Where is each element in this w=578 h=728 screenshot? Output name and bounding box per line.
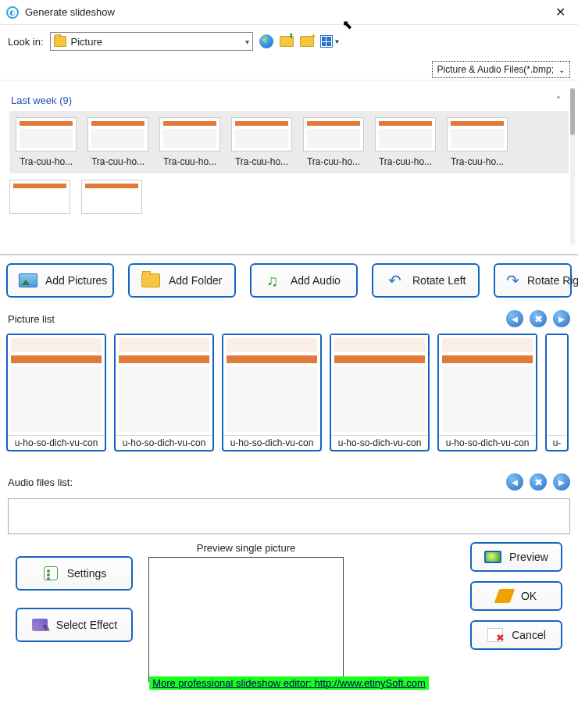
picture-item[interactable]: u-ho-so-dich-vu-con [437,334,537,451]
chevron-up-icon: ˄ [556,95,561,106]
rotate-right-button[interactable]: ↷Rotate Right [494,263,572,298]
app-icon: ◐ [6,6,19,19]
picture-item[interactable]: u-ho-so-dich-vu-con [330,334,430,451]
rotate-right-icon: ↷ [506,272,519,289]
picture-list: u-ho-so-dich-vu-con u-ho-so-dich-vu-con … [0,330,578,455]
chevron-down-icon: ▾ [245,37,249,46]
folder-up-button[interactable] [280,34,294,48]
title-bar: ◐ Generate slideshow ✕ [0,0,578,25]
action-toolbar: Add Pictures Add Folder ♫Add Audio ↶Rota… [0,255,578,305]
item-label: u-ho-so-dich-vu-con [223,435,320,450]
thumb-label: Tra-cuu-ho... [235,156,288,167]
scrollbar[interactable] [8,458,570,466]
picture-item[interactable]: u- [545,334,569,451]
effect-icon [32,619,48,631]
file-thumb[interactable]: Tra-cuu-ho... [231,117,292,167]
thumb-row [9,173,569,214]
lookin-value: Picture [71,36,245,48]
picture-list-header: Picture list ◄ ✖ ► [0,305,578,330]
filetype-select[interactable]: Picture & Audio Files(*.bmp; ⌄ [432,61,570,78]
thumb-label: Tra-cuu-ho... [20,156,73,167]
file-thumb[interactable]: Tra-cuu-ho... [16,117,77,167]
audiolist-prev-button[interactable]: ◄ [506,473,523,491]
bottom-panel: Settings Select Effect Preview single pi… [0,534,578,690]
file-thumb[interactable]: Tra-cuu-ho... [375,117,436,167]
thumb-row: Tra-cuu-ho... Tra-cuu-ho... Tra-cuu-ho..… [9,111,569,173]
audiolist-next-button[interactable]: ► [553,473,570,491]
add-folder-button[interactable]: Add Folder [128,263,236,298]
preview-label: Preview single picture [148,542,344,554]
file-thumb[interactable]: Tra-cuu-ho... [447,117,508,167]
picture-item[interactable]: u-ho-so-dich-vu-con [222,334,322,451]
thumb-label: Tra-cuu-ho... [451,156,504,167]
add-pictures-button[interactable]: Add Pictures [6,263,114,298]
chevron-down-icon: ⌄ [558,66,565,74]
file-thumb[interactable]: Tra-cuu-ho... [159,117,220,167]
button-label: Select Effect [56,619,117,631]
folder-icon [54,36,66,47]
button-label: Cancel [512,629,546,641]
rotate-left-button[interactable]: ↶Rotate Left [372,263,480,298]
window-title: Generate slideshow [25,6,549,18]
piclist-delete-button[interactable]: ✖ [530,310,547,327]
group-header[interactable]: Last week (9) ˄ [11,95,569,106]
thumb-label: Tra-cuu-ho... [91,156,144,167]
thumb-label: Tra-cuu-ho... [307,156,360,167]
new-folder-button[interactable] [300,34,314,48]
ok-icon [494,589,516,603]
music-icon: ♫ [262,272,283,289]
piclist-prev-button[interactable]: ◄ [506,310,523,327]
rotate-left-icon: ↶ [384,272,405,289]
piclist-next-button[interactable]: ► [553,310,570,327]
button-label: OK [521,590,537,602]
group-label: Last week (9) [11,95,72,106]
item-label: u-ho-so-dich-vu-con [116,435,212,450]
button-label: Add Pictures [45,274,107,287]
footer-link[interactable]: More professional slideshow editor: http… [149,676,429,690]
button-label: Add Audio [291,274,341,287]
cancel-button[interactable]: Cancel [470,620,562,650]
button-label: Rotate Left [412,274,466,287]
item-label: u-ho-so-dich-vu-con [8,435,105,450]
lookin-select[interactable]: Picture ▾ [50,32,253,51]
preview-icon [484,551,501,563]
add-audio-button[interactable]: ♫Add Audio [250,263,358,298]
picture-item[interactable]: u-ho-so-dich-vu-con [6,334,106,451]
audio-list-header: Audio files list: ◄ ✖ ► [0,469,578,494]
item-label: u-ho-so-dich-vu-con [331,435,428,450]
ok-button[interactable]: OK [470,581,562,611]
settings-button[interactable]: Settings [16,556,133,591]
section-label: Audio files list: [8,476,73,488]
view-mode-button[interactable]: ▼ [320,35,341,48]
audio-list[interactable] [8,498,570,534]
button-label: Add Folder [169,274,222,287]
file-thumb[interactable] [9,180,70,214]
nav-back-button[interactable] [259,34,273,48]
filetype-value: Picture & Audio Files(*.bmp; [437,64,554,75]
preview-button[interactable]: Preview [470,542,562,572]
file-thumb[interactable] [81,180,142,214]
file-thumb[interactable]: Tra-cuu-ho... [303,117,364,167]
audiolist-delete-button[interactable]: ✖ [530,473,547,491]
select-effect-button[interactable]: Select Effect [16,608,133,642]
picture-item[interactable]: u-ho-so-dich-vu-con [114,334,214,451]
lookin-label: Look in: [8,36,44,48]
item-label: u- [547,435,567,450]
cancel-icon [487,628,503,642]
thumb-label: Tra-cuu-ho... [163,156,216,167]
file-browser: Last week (9) ˄ Tra-cuu-ho... Tra-cuu-ho… [0,80,578,255]
file-thumb[interactable]: Tra-cuu-ho... [87,117,148,167]
item-label: u-ho-so-dich-vu-con [439,435,536,450]
button-label: Rotate Right [527,274,578,287]
button-label: Preview [509,551,548,563]
section-label: Picture list [8,313,55,325]
button-label: Settings [67,567,107,580]
thumb-label: Tra-cuu-ho... [379,156,432,167]
lookin-bar: Look in: Picture ▾ ▼ [0,25,578,58]
close-button[interactable]: ✕ [549,2,572,23]
scrollbar[interactable] [570,88,575,244]
preview-box [148,557,344,682]
settings-icon [44,566,58,580]
